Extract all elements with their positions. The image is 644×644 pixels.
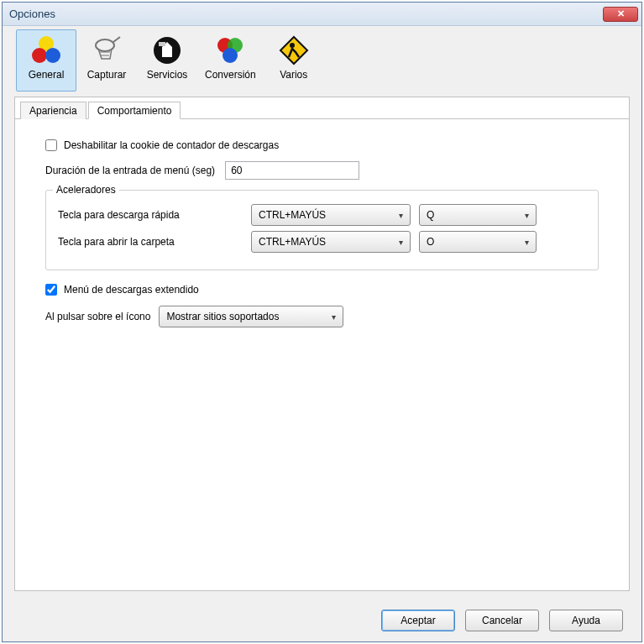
quick-download-modifier-select[interactable]: CTRL+MAYÚS: [251, 204, 411, 226]
toolbar-label-capturar: Capturar: [87, 69, 127, 81]
svg-point-9: [223, 48, 238, 63]
toolbar-label-conversion: Conversión: [205, 69, 256, 81]
tab-apariencia[interactable]: Apariencia: [20, 102, 86, 119]
svg-point-10: [290, 43, 295, 48]
menu-duration-row: Duración de la entrada de menú (seg): [45, 161, 599, 180]
on-icon-click-label: Al pulsar sobre el ícono: [45, 311, 150, 322]
window-title: Opciones: [9, 8, 603, 20]
menu-duration-label: Duración de la entrada de menú (seg): [45, 165, 215, 176]
quick-download-key-select[interactable]: Q: [419, 204, 537, 226]
titlebar: Opciones ✕: [3, 3, 641, 26]
category-toolbar: General Capturar Servicios: [3, 26, 641, 92]
options-dialog: Opciones ✕ General: [2, 2, 642, 642]
toolbar-label-general: General: [29, 69, 65, 81]
accept-button[interactable]: Aceptar: [381, 610, 455, 631]
quick-download-label: Tecla para descarga rápida: [58, 209, 251, 221]
content-panel: Apariencia Comportamiento Deshabilitar l…: [14, 97, 630, 591]
tab-comportamiento[interactable]: Comportamiento: [88, 102, 181, 119]
on-icon-click-row: Al pulsar sobre el ícono Mostrar sitios …: [45, 306, 599, 327]
toolbar-item-servicios[interactable]: Servicios: [137, 29, 197, 92]
construction-icon: [277, 34, 311, 67]
disable-cookie-checkbox[interactable]: [45, 139, 57, 151]
net-icon: [90, 34, 123, 67]
svg-point-2: [45, 48, 60, 63]
svg-rect-6: [159, 42, 165, 46]
on-icon-click-select[interactable]: Mostrar sitios soportados: [159, 306, 343, 327]
balls-icon: [29, 34, 63, 67]
extended-menu-label: Menú de descargas extendido: [64, 284, 199, 296]
toolbar-item-general[interactable]: General: [16, 29, 76, 92]
dialog-footer: Aceptar Cancelar Ayuda: [3, 599, 641, 641]
toolbar-item-conversion[interactable]: Conversión: [197, 29, 264, 92]
open-folder-label: Tecla para abrir la carpeta: [58, 236, 251, 248]
toolbar-label-servicios: Servicios: [147, 69, 188, 81]
extended-menu-checkbox[interactable]: [45, 284, 57, 296]
toolbar-item-varios[interactable]: Varios: [264, 29, 324, 92]
conversion-icon: [213, 34, 247, 67]
open-folder-row: Tecla para abrir la carpeta CTRL+MAYÚS O: [58, 231, 586, 253]
open-folder-modifier-select[interactable]: CTRL+MAYÚS: [251, 231, 411, 253]
disable-cookie-label: Deshabilitar la cookie de contador de de…: [64, 139, 279, 151]
tab-bar: Apariencia Comportamiento: [15, 97, 629, 119]
services-icon: [150, 34, 184, 67]
menu-duration-input[interactable]: [225, 161, 359, 180]
tab-content: Deshabilitar la cookie de contador de de…: [15, 119, 629, 590]
close-icon: ✕: [617, 8, 625, 19]
accelerators-legend: Aceleradores: [53, 184, 119, 196]
disable-cookie-row: Deshabilitar la cookie de contador de de…: [45, 139, 599, 151]
toolbar-label-varios: Varios: [280, 69, 307, 81]
open-folder-key-select[interactable]: O: [419, 231, 537, 253]
quick-download-row: Tecla para descarga rápida CTRL+MAYÚS Q: [58, 204, 586, 226]
close-button[interactable]: ✕: [603, 7, 638, 22]
cancel-button[interactable]: Cancelar: [465, 610, 539, 631]
extended-menu-row: Menú de descargas extendido: [45, 284, 599, 296]
svg-point-1: [32, 48, 47, 63]
toolbar-item-capturar[interactable]: Capturar: [76, 29, 137, 92]
help-button[interactable]: Ayuda: [549, 610, 623, 631]
accelerators-fieldset: Aceleradores Tecla para descarga rápida …: [45, 190, 599, 270]
svg-line-4: [113, 37, 120, 42]
